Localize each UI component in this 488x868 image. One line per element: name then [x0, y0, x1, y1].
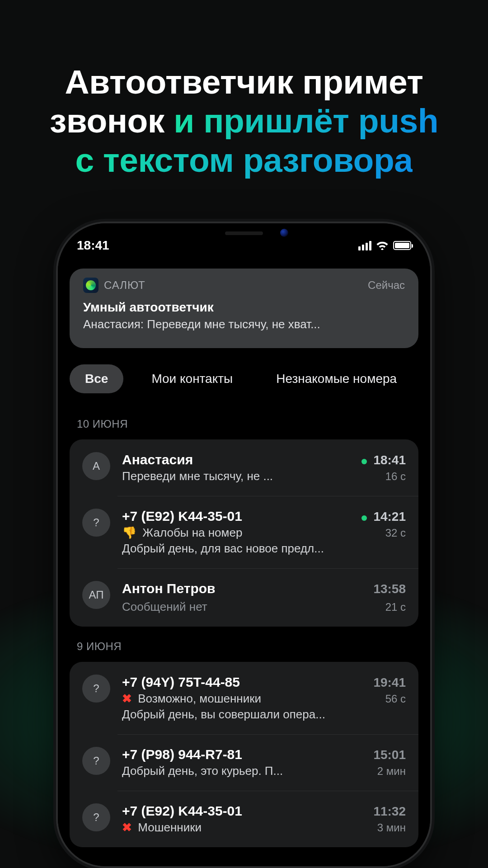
- unread-dot-icon: [361, 515, 367, 521]
- avatar: А: [82, 452, 110, 480]
- call-tag: Сообщений нет: [122, 600, 207, 614]
- call-duration: 16 с: [385, 470, 406, 483]
- calls-group: ?+7 (94Y) 75T-44-8519:41✖ Возможно, моше…: [70, 662, 418, 847]
- avatar: ?: [82, 803, 110, 831]
- call-time: 11:32: [373, 804, 406, 819]
- call-duration: 2 мин: [377, 765, 406, 778]
- call-title: Антон Петров: [122, 581, 216, 596]
- avatar: АП: [82, 581, 110, 609]
- filter-tabs: Все Мои контакты Незнакомые номера: [70, 364, 430, 393]
- call-tag: 👎 Жалобы на номер: [122, 526, 242, 540]
- phone-mock: 18:41 САЛЮТ Сейчас Умный автоответчик Ан…: [56, 222, 432, 868]
- call-preview: Добрый день, для вас новое предл...: [122, 542, 406, 556]
- call-title: +7 (94Y) 75T-44-85: [122, 675, 240, 690]
- call-time: 15:01: [373, 748, 406, 762]
- call-time: 13:58: [373, 582, 406, 596]
- battery-icon: [393, 241, 411, 250]
- call-tag: Переведи мне тысячу, не ...: [122, 469, 273, 483]
- tab-unknown[interactable]: Незнакомые номера: [261, 364, 412, 393]
- push-body: Анастасия: Переведи мне тысячу, не хват.…: [83, 317, 405, 331]
- call-title: Анастасия: [122, 452, 193, 467]
- call-row[interactable]: ?+7 (E92) K44-35-0111:32✖ Мошенники3 мин: [70, 791, 418, 847]
- push-app-icon: [83, 278, 99, 293]
- call-tag: Добрый день, это курьер. П...: [122, 764, 283, 778]
- call-row[interactable]: ?+7 (E92) K44-35-0114:21👎 Жалобы на номе…: [70, 496, 418, 568]
- calls-list[interactable]: 10 ИЮНЯААнастасия18:41 Переведи мне тыся…: [70, 413, 418, 866]
- call-duration: 56 с: [385, 693, 406, 705]
- headline-line2-white: звонок: [50, 102, 164, 140]
- date-header: 10 ИЮНЯ: [77, 418, 418, 430]
- thumbs-down-icon: 👎: [122, 526, 136, 539]
- call-row[interactable]: ?+7 (94Y) 75T-44-8519:41✖ Возможно, моше…: [70, 662, 418, 734]
- date-header: 9 ИЮНЯ: [77, 640, 418, 653]
- call-tag: ✖ Мошенники: [122, 821, 202, 835]
- cellular-icon: [358, 241, 371, 250]
- push-time-label: Сейчас: [368, 279, 405, 292]
- x-mark-icon: ✖: [122, 692, 132, 705]
- call-duration: 32 с: [385, 527, 406, 539]
- call-row[interactable]: АПАнтон Петров13:58 Сообщений нет21 с: [70, 568, 418, 627]
- call-title: +7 (E92) K44-35-01: [122, 509, 242, 524]
- tab-contacts[interactable]: Мои контакты: [136, 364, 248, 393]
- status-time: 18:41: [77, 238, 109, 253]
- headline-line1: Автоответчик примет: [65, 63, 423, 101]
- avatar: ?: [82, 675, 110, 703]
- phone-notch: [176, 223, 312, 243]
- call-tag: ✖ Возможно, мошенники: [122, 692, 261, 706]
- call-row[interactable]: ?+7 (P98) 944-R7-8115:01 Добрый день, эт…: [70, 734, 418, 791]
- call-preview: Добрый день, вы совершали опера...: [122, 708, 406, 722]
- call-time: 14:21: [373, 509, 406, 524]
- marketing-headline: Автоответчик примет звонок и пришлёт pus…: [0, 62, 488, 179]
- calls-group: ААнастасия18:41 Переведи мне тысячу, не …: [70, 439, 418, 627]
- unread-dot-icon: [361, 459, 367, 464]
- push-notification[interactable]: САЛЮТ Сейчас Умный автоответчик Анастаси…: [70, 269, 418, 348]
- call-title: +7 (E92) K44-35-01: [122, 803, 242, 819]
- headline-line2-color: и пришлёт push: [174, 102, 438, 140]
- call-duration: 21 с: [385, 601, 406, 613]
- push-app-label: САЛЮТ: [104, 279, 145, 292]
- phone-screen: 18:41 САЛЮТ Сейчас Умный автоответчик Ан…: [58, 223, 430, 866]
- wifi-icon: [376, 241, 389, 250]
- avatar: ?: [82, 747, 110, 775]
- call-duration: 3 мин: [377, 821, 406, 834]
- call-time: 19:41: [373, 675, 406, 690]
- headline-line3-color: с текстом разговора: [75, 141, 413, 179]
- avatar: ?: [82, 509, 110, 537]
- call-time: 18:41: [373, 453, 406, 467]
- push-title: Умный автоответчик: [83, 300, 405, 315]
- call-title: +7 (P98) 944-R7-81: [122, 747, 242, 762]
- call-row[interactable]: ААнастасия18:41 Переведи мне тысячу, не …: [70, 439, 418, 496]
- tab-all[interactable]: Все: [70, 364, 123, 393]
- x-mark-icon: ✖: [122, 821, 132, 834]
